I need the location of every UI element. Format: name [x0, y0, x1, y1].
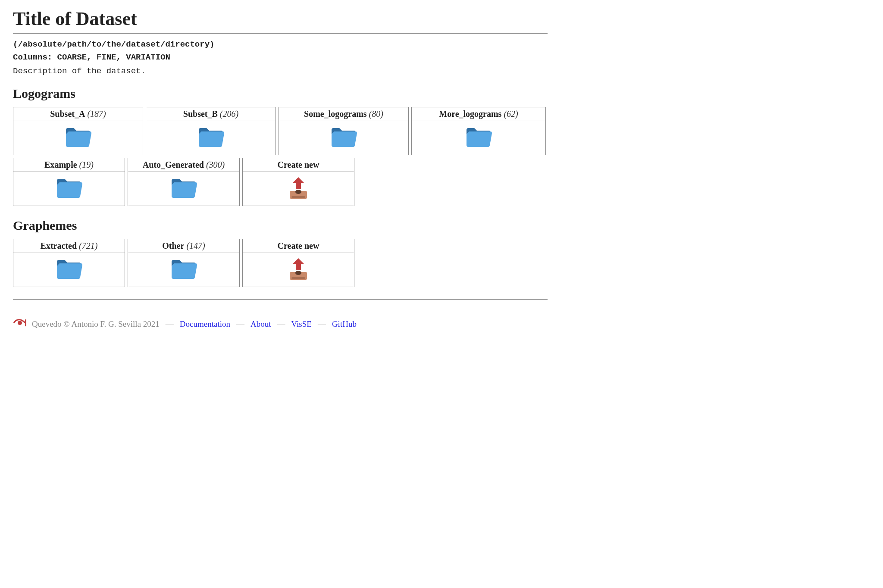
card-count: (300)	[206, 160, 225, 169]
card-body	[13, 172, 125, 206]
svg-rect-7	[25, 319, 26, 326]
subset-card[interactable]: Subset_B (206)	[146, 107, 276, 155]
separator: —	[277, 319, 285, 329]
card-header: Subset_A (187)	[13, 107, 143, 121]
folder-icon	[465, 124, 492, 151]
card-body	[13, 121, 143, 155]
folder-icon	[197, 124, 225, 151]
folder-icon	[55, 256, 83, 283]
card-body	[146, 121, 276, 155]
card-name: Example	[44, 160, 77, 169]
card-count: (187)	[87, 109, 106, 119]
card-name: Subset_B	[183, 109, 218, 119]
card-body	[279, 121, 408, 155]
subset-card[interactable]: Subset_A (187)	[13, 107, 143, 155]
create-new-card[interactable]: Create new	[242, 158, 354, 206]
card-body	[128, 172, 239, 206]
folder-icon	[170, 256, 197, 283]
upload-icon	[285, 175, 312, 202]
card-name: Auto_Generated	[143, 160, 204, 169]
card-header: Example (19)	[13, 158, 125, 172]
svg-rect-5	[291, 277, 305, 279]
footer-copyright: Quevedo © Antonio F. G. Sevilla 2021	[32, 319, 160, 329]
svg-point-1	[295, 190, 301, 194]
svg-point-6	[18, 321, 22, 325]
graphemes-grid: Extracted (721) Other (147) Crea	[13, 239, 548, 287]
separator: —	[318, 319, 326, 329]
separator: —	[236, 319, 244, 329]
logograms-grid: Subset_A (187) Subset_B (206) So	[13, 107, 548, 206]
logo-icon	[13, 318, 28, 330]
subset-card[interactable]: Extracted (721)	[13, 239, 125, 287]
card-header: Other (147)	[128, 239, 239, 253]
upload-icon	[285, 256, 312, 283]
card-header: Create new	[243, 239, 354, 253]
card-body	[243, 172, 354, 206]
card-header: More_logograms (62)	[412, 107, 545, 121]
card-name: Other	[162, 241, 184, 250]
card-header: Some_logograms (80)	[279, 107, 408, 121]
section-heading-graphemes: Graphemes	[13, 218, 548, 233]
card-count: (206)	[220, 109, 238, 119]
folder-icon	[330, 124, 357, 151]
subset-card[interactable]: Example (19)	[13, 158, 125, 206]
page-title: Title of Dataset	[13, 8, 548, 30]
dataset-columns: Columns: COARSE, FINE, VARIATION	[13, 53, 548, 62]
card-body	[13, 253, 125, 287]
folder-icon	[64, 124, 92, 151]
card-count: (147)	[186, 241, 205, 250]
card-header: Auto_Generated (300)	[128, 158, 239, 172]
dataset-description: Description of the dataset.	[13, 66, 548, 76]
svg-point-4	[295, 271, 301, 275]
card-name: Extracted	[41, 241, 77, 250]
folder-icon	[170, 175, 197, 202]
svg-rect-2	[291, 196, 305, 198]
footer-link-visse[interactable]: VisSE	[291, 319, 311, 329]
card-name: More_logograms	[439, 109, 501, 119]
footer-divider	[13, 299, 548, 300]
section-heading-logograms: Logograms	[13, 86, 548, 101]
create-new-card[interactable]: Create new	[242, 239, 354, 287]
dataset-path: (/absolute/path/to/the/dataset/directory…	[13, 40, 548, 49]
card-count: (721)	[79, 241, 97, 250]
create-new-label: Create new	[278, 160, 319, 169]
footer-link-about[interactable]: About	[250, 319, 271, 329]
card-header: Subset_B (206)	[146, 107, 276, 121]
card-header: Extracted (721)	[13, 239, 125, 253]
footer-link-documentation[interactable]: Documentation	[180, 319, 230, 329]
subset-card[interactable]: Auto_Generated (300)	[128, 158, 240, 206]
card-body	[128, 253, 239, 287]
subset-card[interactable]: More_logograms (62)	[411, 107, 546, 155]
subset-card[interactable]: Other (147)	[128, 239, 240, 287]
footer: Quevedo © Antonio F. G. Sevilla 2021 — D…	[13, 313, 548, 330]
footer-link-github[interactable]: GitHub	[332, 319, 357, 329]
card-body	[243, 253, 354, 287]
card-name: Some_logograms	[304, 109, 367, 119]
create-new-label: Create new	[278, 241, 319, 250]
card-body	[412, 121, 545, 155]
subset-card[interactable]: Some_logograms (80)	[279, 107, 409, 155]
divider	[13, 33, 548, 34]
card-header: Create new	[243, 158, 354, 172]
card-name: Subset_A	[50, 109, 85, 119]
card-count: (80)	[369, 109, 383, 119]
card-count: (19)	[79, 160, 94, 169]
card-count: (62)	[504, 109, 518, 119]
folder-icon	[55, 175, 83, 202]
separator: —	[166, 319, 174, 329]
